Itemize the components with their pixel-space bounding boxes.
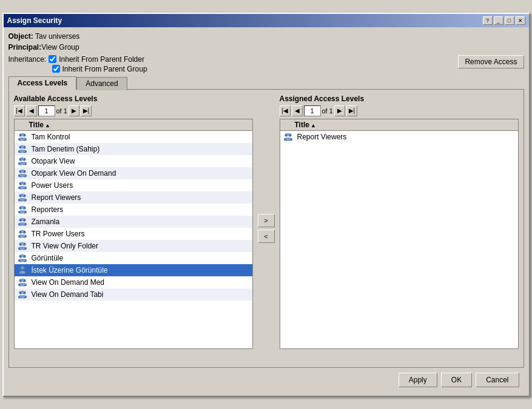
available-list-item[interactable]: TR Power Users [15, 228, 252, 240]
svg-point-89 [285, 138, 291, 141]
item-label: Report Viewers [32, 193, 81, 202]
close-button[interactable]: ✕ [516, 16, 525, 25]
svg-point-11 [19, 150, 25, 153]
transfer-buttons: > < [253, 214, 280, 243]
svg-point-5 [19, 138, 25, 141]
item-label: View On Demand Med [32, 278, 105, 287]
add-to-assigned-button[interactable]: > [258, 214, 275, 227]
group-icon [17, 241, 29, 251]
tab-access-levels[interactable]: Access Levels [8, 76, 77, 90]
svg-point-71 [19, 271, 25, 274]
svg-point-16 [21, 157, 24, 160]
available-list-item[interactable]: İstek Üzerine Görüntüle [15, 264, 252, 276]
available-list-item[interactable]: Power Users [15, 179, 252, 191]
svg-point-46 [21, 218, 24, 221]
item-label: İstek Üzerine Görüntüle [32, 266, 108, 274]
assigned-pagination: |◀ ◀ of 1 ▶ ▶| [280, 105, 519, 116]
group-icon [17, 193, 29, 202]
available-list-item[interactable]: TR View Only Folder [15, 240, 252, 252]
available-list-item[interactable]: View On Demand Med [15, 276, 252, 288]
tab-advanced[interactable]: Advanced [76, 77, 127, 90]
svg-point-53 [19, 234, 25, 238]
svg-point-76 [21, 278, 24, 281]
item-label: TR View Only Folder [32, 242, 98, 250]
available-list-item[interactable]: Tam Kontrol [15, 131, 252, 143]
svg-point-41 [19, 210, 25, 213]
apply-button[interactable]: Apply [399, 373, 437, 387]
sort-indicator: ▲ [45, 122, 50, 128]
group-icon [17, 168, 29, 178]
available-first-page-btn[interactable]: |◀ [14, 105, 25, 116]
available-panel: Available Access Levels |◀ ◀ of 1 ▶ ▶| T… [14, 95, 253, 349]
available-prev-page-btn[interactable]: ◀ [26, 105, 37, 116]
principal-row: Principal:View Group [8, 42, 524, 53]
item-label: Reporters [32, 205, 64, 214]
svg-point-47 [19, 222, 25, 225]
assigned-page-of: of 1 [322, 107, 333, 115]
group-icon [17, 156, 29, 166]
maximize-button[interactable]: □ [505, 16, 514, 25]
inheritance-label: Inheritance: [8, 55, 47, 64]
assigned-prev-page-btn[interactable]: ◀ [292, 105, 303, 116]
assigned-list-item[interactable]: Report Viewers [280, 131, 518, 143]
svg-point-22 [21, 169, 24, 172]
svg-point-35 [19, 198, 25, 201]
available-list-item[interactable]: Zamanla [15, 216, 252, 228]
svg-point-4 [21, 133, 24, 136]
group-icon [283, 132, 295, 142]
tabs-row: Access Levels Advanced [8, 76, 524, 89]
inherit-parent-folder-label: Inherit From Parent Folder [59, 55, 144, 64]
assigned-last-page-btn[interactable]: ▶| [346, 105, 357, 116]
available-page-of: of 1 [56, 107, 67, 115]
assigned-panel-title: Assigned Access Levels [280, 95, 519, 103]
svg-point-64 [21, 254, 24, 257]
item-label: Tam Denetim (Sahip) [32, 145, 100, 153]
title-bar-buttons: ? _ □ ✕ [483, 16, 525, 25]
inherit-row: Inheritance: Inherit From Parent Folder [8, 55, 147, 64]
cancel-button[interactable]: Cancel [476, 373, 519, 387]
item-label: View On Demand Tabi [32, 290, 104, 299]
available-list-item[interactable]: Report Viewers [15, 191, 252, 204]
svg-point-70 [21, 266, 24, 269]
remove-from-assigned-button[interactable]: < [258, 230, 275, 243]
svg-point-82 [21, 290, 24, 293]
available-list-item[interactable]: View On Demand Tabi [15, 288, 252, 301]
assigned-page-input[interactable] [304, 105, 321, 116]
inherit-parent-folder-checkbox[interactable] [49, 55, 56, 63]
svg-point-59 [19, 247, 25, 250]
help-button[interactable]: ? [483, 16, 493, 25]
assigned-panel: Assigned Access Levels |◀ ◀ of 1 ▶ ▶| Ti… [280, 95, 519, 349]
available-next-page-btn[interactable]: ▶ [69, 105, 79, 116]
available-list-item[interactable]: Tam Denetim (Sahip) [15, 143, 252, 155]
object-row: Object: Tav universes [8, 31, 524, 42]
svg-point-88 [286, 133, 289, 136]
minimize-button[interactable]: _ [494, 16, 503, 25]
assigned-first-page-btn[interactable]: |◀ [280, 105, 291, 116]
assign-security-dialog: Assign Security ? _ □ ✕ Object: Tav univ… [2, 13, 530, 397]
item-label: Report Viewers [297, 133, 347, 141]
svg-point-58 [21, 242, 24, 245]
assigned-sort-indicator: ▲ [311, 122, 316, 128]
available-pagination: |◀ ◀ of 1 ▶ ▶| [14, 105, 253, 116]
group-icon [17, 253, 29, 263]
available-list-header: Title▲ [15, 119, 252, 131]
remove-access-button[interactable]: Remove Access [458, 55, 524, 68]
inherit-parent-group-label: Inherit From Parent Group [62, 65, 147, 73]
available-items-container: Tam Kontrol Tam Denetim (Sahip) Otopark … [15, 131, 252, 301]
dialog-body: Object: Tav universes Principal:View Gro… [4, 27, 529, 396]
ok-button[interactable]: OK [441, 373, 472, 387]
available-list-item[interactable]: Otopark View [15, 155, 252, 167]
available-page-input[interactable] [38, 105, 55, 116]
available-last-page-btn[interactable]: ▶| [81, 105, 92, 116]
available-list-item[interactable]: Otopark View On Demand [15, 167, 252, 179]
bottom-buttons: Apply OK Cancel [8, 368, 524, 392]
group-icon [17, 290, 29, 299]
available-list-item[interactable]: Görüntüle [15, 252, 252, 264]
inherit-parent-group-checkbox[interactable] [52, 65, 60, 73]
assigned-title-col: Title▲ [295, 121, 316, 129]
item-label: Zamanla [32, 218, 60, 226]
svg-point-10 [21, 145, 24, 148]
assigned-next-page-btn[interactable]: ▶ [334, 105, 345, 116]
available-list-item[interactable]: Reporters [15, 204, 252, 216]
svg-point-29 [19, 186, 25, 189]
